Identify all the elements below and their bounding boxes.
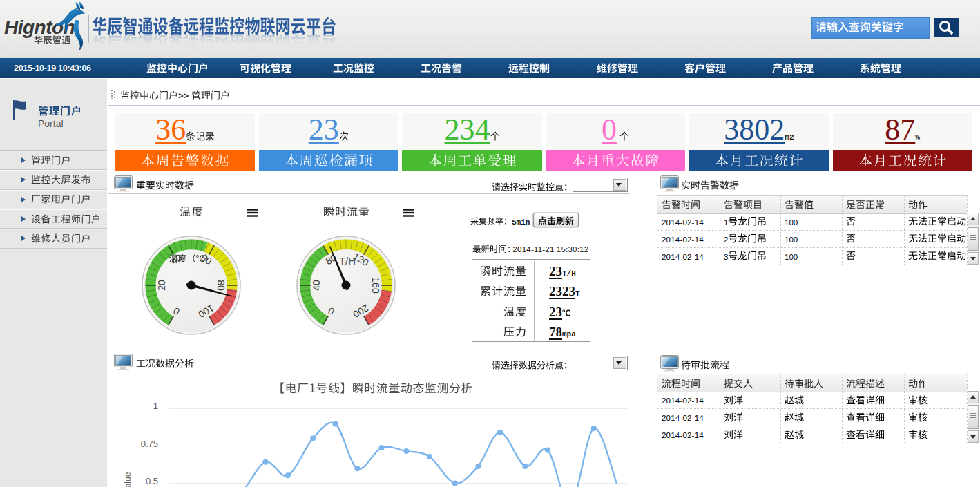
svg-text:T/H: T/H xyxy=(339,255,356,267)
svg-text:40: 40 xyxy=(311,280,322,291)
svg-text:80: 80 xyxy=(215,280,227,291)
svg-text:1: 1 xyxy=(153,401,158,411)
svg-text:160: 160 xyxy=(370,277,381,294)
svg-text:0.5: 0.5 xyxy=(146,476,158,486)
svg-text:0.75: 0.75 xyxy=(141,439,158,449)
svg-text:20: 20 xyxy=(156,280,167,291)
svg-text:value: value xyxy=(123,472,133,487)
